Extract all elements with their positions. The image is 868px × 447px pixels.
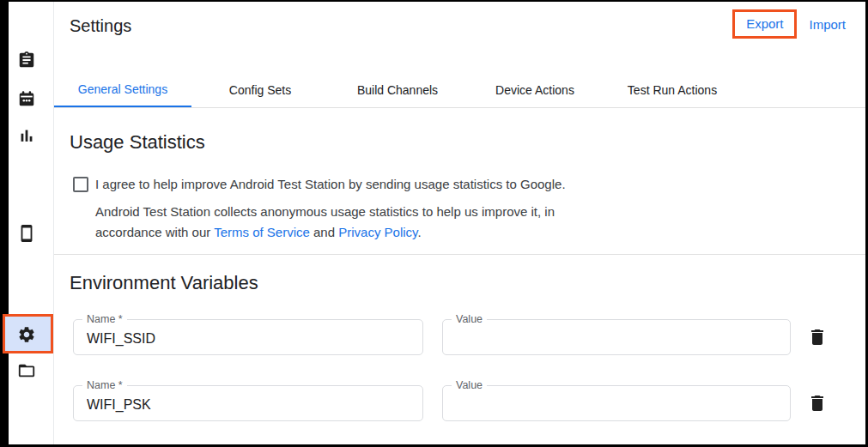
usage-description-period: . [417, 225, 421, 239]
name-field-wrapper: Name * [73, 319, 423, 355]
tab-device-actions[interactable]: Device Actions [466, 73, 604, 107]
folder-icon [17, 361, 36, 380]
usage-statistics-section: Usage Statistics I agree to help improve… [54, 131, 865, 243]
main-content: Settings Export Import General Settings … [54, 2, 865, 444]
export-button[interactable]: Export [746, 16, 783, 31]
usage-description-and: and [310, 225, 338, 239]
settings-tabbar: General Settings Config Sets Build Chann… [54, 73, 865, 108]
value-field-wrapper: Value [442, 319, 791, 355]
usage-statistics-checkbox[interactable] [73, 177, 88, 192]
calendar-icon [17, 89, 36, 108]
header-links: Export Import [732, 9, 846, 39]
export-annotation-box: Export [732, 9, 797, 39]
sidebar-item-schedule[interactable] [17, 89, 36, 108]
delete-variable-button[interactable] [807, 393, 828, 414]
tab-build-channels[interactable]: Build Channels [329, 73, 466, 107]
environment-variables-heading: Environment Variables [70, 272, 865, 294]
delete-variable-button[interactable] [807, 327, 828, 347]
terms-of-service-link[interactable]: Terms of Service [214, 225, 310, 239]
value-input[interactable] [443, 320, 790, 354]
value-field-wrapper: Value [442, 385, 791, 421]
content-header: Settings Export Import [54, 2, 865, 73]
page-title: Settings [70, 15, 131, 37]
usage-statistics-heading: Usage Statistics [70, 131, 865, 154]
sidebar-item-devices[interactable] [17, 224, 36, 243]
name-input[interactable] [74, 320, 422, 354]
agree-row: I agree to help improve Android Test Sta… [70, 174, 865, 195]
screenshot-frame: Settings Export Import General Settings … [0, 0, 868, 447]
name-field-label: Name * [82, 313, 127, 325]
section-divider [54, 254, 865, 255]
sidebar-item-settings[interactable] [17, 325, 36, 344]
environment-variables-section: Environment Variables Name * Value [54, 272, 865, 421]
app-window: Settings Export Import General Settings … [9, 2, 865, 444]
env-variable-row: Name * Value [70, 319, 865, 355]
name-field-label: Name * [82, 379, 127, 391]
sidebar [9, 2, 54, 444]
tab-config-sets[interactable]: Config Sets [191, 73, 329, 107]
value-input[interactable] [443, 386, 790, 420]
smartphone-icon [17, 224, 36, 243]
assignment-icon [17, 51, 36, 69]
privacy-policy-link[interactable]: Privacy Policy [338, 225, 417, 239]
trash-icon [807, 393, 828, 414]
settings-gear-icon [17, 325, 36, 344]
sidebar-item-reports[interactable] [17, 126, 36, 145]
value-field-label: Value [452, 313, 487, 325]
tab-test-run-actions[interactable]: Test Run Actions [604, 73, 741, 107]
name-input[interactable] [74, 386, 422, 420]
trash-icon [807, 327, 828, 347]
sidebar-item-test-plans[interactable] [17, 51, 36, 69]
agree-label: I agree to help improve Android Test Sta… [95, 174, 592, 195]
usage-description: Android Test Station collects anonymous … [95, 202, 610, 243]
env-variable-row: Name * Value [70, 385, 865, 421]
tab-general-settings[interactable]: General Settings [54, 73, 191, 107]
name-field-wrapper: Name * [73, 385, 423, 421]
sidebar-item-files[interactable] [17, 361, 36, 380]
bar-chart-icon [17, 126, 36, 145]
value-field-label: Value [452, 379, 487, 391]
import-button[interactable]: Import [809, 17, 846, 32]
